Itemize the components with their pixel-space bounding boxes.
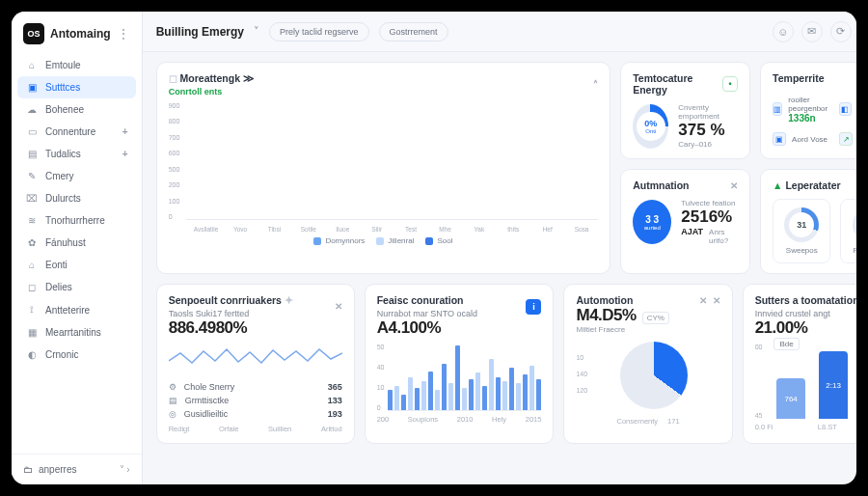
stat-row: ⚙Chole Snerry365 xyxy=(169,380,342,394)
sidebar-item-6[interactable]: ⌧Dulurcts xyxy=(17,187,136,209)
moreat-title: Moreattengk ≫ xyxy=(180,72,255,84)
moreat-barchart: 9008007006005002001000 xyxy=(169,96,599,222)
close-icon[interactable]: ✕ xyxy=(730,180,738,191)
info-icon: i xyxy=(526,299,541,315)
sidebar-item-13[interactable]: ◐Crnonic xyxy=(17,344,136,366)
chevron-down-icon: ˅ › xyxy=(120,464,130,475)
tp-l2: Aord Vose xyxy=(792,135,827,144)
au-big: M4.D5% xyxy=(576,306,636,325)
tp-v1: 1336n xyxy=(788,113,831,124)
sidebar-item-1[interactable]: ▣Sutttces xyxy=(17,76,136,98)
am-gauge: 3 3aurted xyxy=(633,200,671,244)
card-automotion: Automotion✕✕ M4.D5%CY% Miltiet Fraecre 1… xyxy=(563,284,732,444)
nav-label: Sutttces xyxy=(45,82,80,93)
chip-icon: ▥ xyxy=(773,102,782,116)
legend-1: Domynnors xyxy=(325,236,365,245)
am-sub1: Tulvecte feation xyxy=(681,199,738,207)
sidebar-item-2[interactable]: ☁Bohenee xyxy=(17,98,136,121)
su-title: Sutters a toomatation xyxy=(755,294,856,306)
sidebar-item-11[interactable]: ⟟Antteterire xyxy=(17,298,136,321)
card-temp-energy: Temtocature Energy • 0%Onti Cnvemty empo… xyxy=(620,62,750,159)
te-gauge: 0%Onti xyxy=(633,104,668,149)
am-extra: AJAT xyxy=(681,227,703,236)
chat-icon[interactable]: ☺ xyxy=(773,21,794,42)
more-icon[interactable]: ✕ xyxy=(699,295,707,306)
sidebar-item-10[interactable]: ◻Delies xyxy=(17,276,136,298)
te-sub1: Cnvemty emportment xyxy=(678,103,738,121)
legend-2: Jillenral xyxy=(388,236,414,245)
sidebar-item-12[interactable]: ▦Mearrtanitins xyxy=(17,321,136,344)
nav-label: Eonti xyxy=(45,260,68,270)
close-icon[interactable]: ✕ xyxy=(713,295,720,306)
sidebar-nav: ⌂Emtoule▣Sutttces☁Bohenee▭Connenture+▤Tu… xyxy=(12,54,142,454)
mail-icon[interactable]: ✉ xyxy=(801,21,823,42)
fc-title: Feaisc conuration xyxy=(377,294,464,306)
te-sub2: Cary–016 xyxy=(678,140,738,149)
brand-logo: OS xyxy=(23,23,44,44)
tp-title: Temperrite xyxy=(773,72,825,84)
card-temperite: Temperrite ✕ ▥rooller peorgenbor1336n ◧P… xyxy=(760,62,856,159)
card-senpoeult: Senpoeult conrriuakers ✦Taosls Suki17 fe… xyxy=(156,284,355,444)
nav-icon: ▦ xyxy=(25,327,39,338)
sidebar-item-8[interactable]: ✿Fánuhust xyxy=(17,232,136,254)
nav-icon: ☁ xyxy=(25,104,39,115)
stat-icon: ▤ xyxy=(169,396,177,405)
nav-label: Dulurcts xyxy=(45,193,81,204)
lp-gauge-2: 8:Footer 99 xyxy=(840,199,856,263)
sidebar-item-9[interactable]: ⌂Eonti xyxy=(17,254,136,276)
sidebar-item-5[interactable]: ✎Cmery xyxy=(17,165,136,187)
nav-label: Bohenee xyxy=(45,104,84,115)
nav-icon: ⌧ xyxy=(25,193,39,204)
chip-icon: ▣ xyxy=(773,132,786,146)
card-moreattengk: ◻ Moreattengk ≫ Conrtoll ents ˄ 90080070… xyxy=(156,62,611,274)
nav-label: Delies xyxy=(45,282,72,292)
nav-icon: ◐ xyxy=(25,349,39,360)
card-sutters: Sutters a toomatationInnvied crustel ang… xyxy=(743,284,856,444)
filter-pill-1[interactable]: Prely taclid regserve xyxy=(269,22,369,41)
page-title: Builling Emergy xyxy=(156,25,244,39)
te-big: 375 % xyxy=(678,121,738,140)
nav-icon: ⌂ xyxy=(25,260,39,270)
nav-label: Fánuhust xyxy=(45,237,86,248)
am-title: Autmnation xyxy=(633,179,689,191)
fc-sub: Nurrabot mar SNTO ocald xyxy=(377,309,477,318)
su-big: 21.00% xyxy=(755,318,856,338)
sidebar-menu-icon[interactable]: ⋮ xyxy=(117,26,130,41)
au-title: Automotion xyxy=(576,294,633,306)
nav-icon: ≋ xyxy=(25,215,39,226)
collapse-icon[interactable]: ˄ xyxy=(593,79,598,90)
check-icon: • xyxy=(722,76,738,92)
legend-3: Sool xyxy=(437,236,452,245)
close-icon[interactable]: ✕ xyxy=(335,301,342,312)
nav-icon: ▣ xyxy=(25,82,39,93)
folder-icon: 🗀 xyxy=(23,464,33,475)
topbar: Builling Emergy ˅ Prely taclid regserve … xyxy=(143,12,856,52)
plus-icon[interactable]: + xyxy=(122,149,128,159)
nav-icon: ✎ xyxy=(25,171,39,181)
nav-icon: ▤ xyxy=(25,149,39,159)
su-bars: 764 2:13 AFL xyxy=(768,344,856,419)
sidebar-item-3[interactable]: ▭Connenture+ xyxy=(17,121,136,143)
sidebar-footer[interactable]: 🗀 anperres ˅ › xyxy=(12,454,142,484)
lp-title: Leperatater xyxy=(785,179,840,191)
nav-icon: ⌂ xyxy=(25,60,39,70)
sidebar-item-7[interactable]: ≋Tnorhurrherre xyxy=(17,209,136,232)
lp-gauge-1: 31Sweepos xyxy=(773,199,830,263)
plus-icon[interactable]: + xyxy=(122,126,128,137)
nav-label: Tnorhurrherre xyxy=(45,215,105,226)
video-icon[interactable]: ⟳ xyxy=(830,21,852,42)
moreat-subtitle: Conrtoll ents xyxy=(169,87,255,96)
brand: OS Antomaing ⋮ xyxy=(12,12,142,54)
sp-sub: Taosls Suki17 fertted xyxy=(169,309,293,318)
sidebar-item-4[interactable]: ▤Tudalics+ xyxy=(17,143,136,165)
au-pie xyxy=(620,342,688,409)
sidebar: OS Antomaing ⋮ ⌂Emtoule▣Sutttces☁Bohenee… xyxy=(12,12,143,484)
sidebar-item-0[interactable]: ⌂Emtoule xyxy=(17,54,136,76)
card-laperatater: ▲ Leperatater ✕ 31Sweepos 8:Footer 99 xyxy=(760,169,856,274)
nav-label: Mearrtanitins xyxy=(45,327,101,338)
stat-icon: ◎ xyxy=(169,409,176,419)
chevron-down-icon[interactable]: ˅ xyxy=(254,25,259,38)
fc-bars xyxy=(388,344,541,411)
filter-pill-2[interactable]: Gostrrement xyxy=(379,22,448,41)
nav-icon: ⟟ xyxy=(25,304,39,316)
